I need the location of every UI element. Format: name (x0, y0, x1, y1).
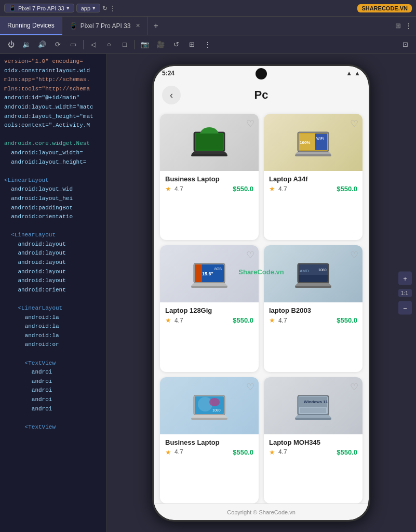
back-button[interactable]: ‹ (162, 86, 181, 104)
svg-rect-20 (191, 286, 227, 288)
svg-text:1080: 1080 (212, 408, 221, 412)
volume-up-btn[interactable]: 🔊 (35, 38, 49, 51)
tab-running-devices[interactable]: Running Devices (0, 17, 62, 35)
product-card-2[interactable]: ♡ 100% WiFi (264, 114, 363, 240)
laptop-svg-6: Windows 11 (292, 388, 334, 424)
favorite-icon-2[interactable]: ♡ (350, 118, 358, 129)
signal-strength-icon: ▲ (354, 70, 360, 77)
app-badge[interactable]: app ▾ (76, 4, 100, 12)
product-card-1[interactable]: ♡ Business Laptop (160, 114, 259, 240)
menu-icon[interactable]: ⋮ (405, 22, 412, 30)
product-meta-1: ★ 4.7 $550.0 (165, 185, 253, 193)
svg-text:Windows 11: Windows 11 (304, 400, 328, 404)
overview-btn[interactable]: □ (118, 38, 131, 51)
expand-icon[interactable]: ⊞ (395, 22, 401, 30)
laptop-svg-1 (189, 124, 230, 161)
top-bar-right: SHARECODE.VN (357, 4, 412, 12)
editor-line: oidx.constraintlayout.wid (4, 66, 102, 76)
rating-2: 4.7 (278, 185, 287, 193)
editor-line: mlns:app="http://schemas. (4, 75, 102, 85)
product-info-3: Laptop 128Gig ★ 4.7 $550.0 (160, 302, 259, 329)
product-info-5: Business Laptop ★ 4.7 $550.0 (160, 434, 259, 461)
svg-text:8GB: 8GB (214, 267, 222, 271)
svg-text:1080: 1080 (318, 268, 327, 272)
screenshot-btn[interactable]: 📷 (138, 38, 152, 51)
camera-btn[interactable]: 🎥 (154, 38, 167, 51)
editor-line: android:layout_height="mat (4, 112, 102, 122)
favorite-icon-4[interactable]: ♡ (350, 249, 358, 261)
product-meta-6: ★ 4.7 $550.0 (269, 448, 357, 456)
editor-line: androi (4, 377, 102, 387)
product-name-6: Laptop MOH345 (269, 438, 357, 446)
product-meta-3: ★ 4.7 $550.0 (165, 316, 253, 324)
fold-btn[interactable]: ▭ (66, 38, 80, 51)
grid-btn[interactable]: ⊞ (185, 38, 198, 51)
dots-icon: ⋮ (110, 5, 116, 12)
status-bar: 5:24 ▲ ▲ (154, 66, 369, 81)
phone-area: 5:24 ▲ ▲ ‹ Pc ShareCode.vn (106, 54, 416, 532)
product-info-4: laptop B2003 ★ 4.7 $550.0 (264, 302, 363, 329)
product-card-3[interactable]: ♡ 15.6" 8GB L (160, 245, 259, 371)
svg-text:15.6": 15.6" (202, 271, 213, 276)
home-btn[interactable]: ○ (102, 38, 116, 51)
product-name-1: Business Laptop (165, 175, 253, 183)
favorite-icon-1[interactable]: ♡ (246, 118, 254, 129)
product-card-4[interactable]: ♡ AMD 1080 la (264, 245, 363, 371)
camera-notch (256, 68, 267, 79)
svg-rect-16 (195, 264, 202, 282)
more-btn[interactable]: ⋮ (200, 38, 214, 51)
editor-line: androi (4, 386, 102, 395)
product-meta-2: ★ 4.7 $550.0 (269, 185, 357, 193)
favorite-icon-5[interactable]: ♡ (246, 381, 254, 393)
zoom-in-btn[interactable]: + (398, 272, 412, 285)
price-1: $550.0 (233, 185, 253, 193)
product-card-5[interactable]: ♡ 1080 Busin (160, 377, 259, 503)
rating-1: 4.7 (175, 185, 183, 193)
main-area: version="1.0" encoding= oidx.constraintl… (0, 54, 416, 532)
undo-btn[interactable]: ↺ (169, 38, 183, 51)
editor-line: <LinearLayout (4, 176, 102, 185)
editor-line: mlns:tools="http://schema (4, 85, 102, 94)
editor-line: android:layout_wid (4, 185, 102, 194)
rotate-btn[interactable]: ⟳ (51, 38, 64, 51)
cast-btn[interactable]: ⊡ (398, 38, 412, 51)
editor-line: android:layout_width= (4, 149, 102, 158)
favorite-icon-6[interactable]: ♡ (350, 381, 358, 393)
volume-down-btn[interactable]: 🔉 (20, 38, 33, 51)
tab-pixel[interactable]: 📱 Pixel 7 Pro API 33 ✕ (62, 17, 149, 35)
price-3: $550.0 (233, 316, 253, 324)
svg-marker-4 (191, 152, 227, 154)
tab-close-icon[interactable]: ✕ (136, 22, 140, 29)
editor-line: <LinearLayout (4, 231, 102, 240)
star-icon-4: ★ (269, 316, 275, 324)
phone-icon: 📱 (70, 22, 77, 30)
svg-text:WiFi: WiFi (316, 137, 324, 140)
editor-line: <LinearLayout (4, 304, 102, 313)
product-info-6: Laptop MOH345 ★ 4.7 $550.0 (264, 434, 363, 461)
power-btn[interactable]: ⏻ (4, 38, 18, 51)
product-card-6[interactable]: ♡ Windows 11 (264, 377, 363, 503)
svg-marker-40 (295, 415, 331, 418)
svg-text:100%: 100% (300, 140, 310, 145)
pixel-badge[interactable]: 📱 Pixel 7 Pro API 33 ▾ (4, 4, 74, 12)
rating-3: 4.7 (175, 317, 183, 324)
product-image-6: ♡ Windows 11 (264, 377, 363, 434)
favorite-icon-3[interactable]: ♡ (246, 249, 254, 261)
editor-line: android:id="@+id/main" (4, 94, 102, 103)
zoom-out-btn[interactable]: − (398, 301, 412, 315)
product-name-4: laptop B2003 (269, 307, 357, 314)
sep2 (135, 40, 135, 49)
laptop-svg-2: 100% WiFi (292, 124, 334, 161)
svg-text:AMD: AMD (300, 269, 309, 273)
editor-line: android:paddingBot (4, 204, 102, 213)
phone-screen: 5:24 ▲ ▲ ‹ Pc ShareCode.vn (154, 66, 369, 520)
laptop-svg-3: 15.6" 8GB (189, 256, 230, 292)
star-icon-6: ★ (269, 448, 275, 456)
share-code-badge: SHARECODE.VN (357, 4, 412, 12)
svg-rect-27 (295, 286, 331, 288)
editor-line: android:orient (4, 286, 102, 295)
editor-line: android:layout (4, 240, 102, 249)
side-controls: + 1:1 − (398, 272, 412, 315)
back-btn-toolbar[interactable]: ◁ (87, 38, 100, 51)
tab-add-button[interactable]: + (148, 17, 163, 35)
